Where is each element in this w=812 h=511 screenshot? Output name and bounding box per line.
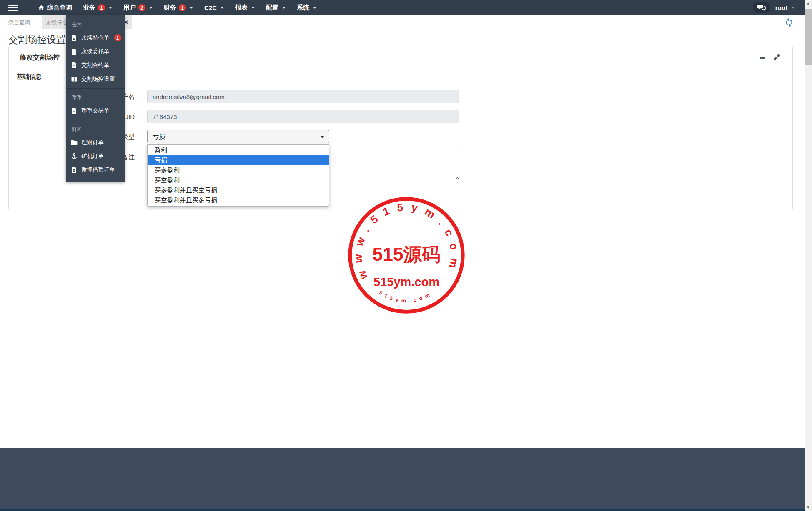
username-field[interactable] bbox=[147, 90, 459, 103]
collapse-minus-icon[interactable] bbox=[760, 57, 765, 59]
type-select-wrap: 亏损 盈利 亏损 买多盈利 买空盈利 买多盈利并且买空亏损 买空盈利并且买多亏损 bbox=[147, 130, 329, 143]
watermark-stamp: www.515ym.com 515源码 515ym.com 515ym.com bbox=[346, 195, 467, 316]
svg-text:515ym.com: 515ym.com bbox=[378, 290, 434, 304]
refresh-icon bbox=[784, 17, 794, 27]
option-short-profit-long-loss[interactable]: 买空盈利并且买多亏损 bbox=[148, 195, 329, 205]
navbar-left: 综合查询 业务 1 用户 2 财务 1 C2C 报 bbox=[0, 0, 322, 15]
close-icon[interactable]: × bbox=[124, 19, 128, 26]
hamburger-menu-icon[interactable] bbox=[8, 5, 18, 11]
menu-divider bbox=[66, 120, 125, 120]
tab-overview[interactable]: 综合查询 bbox=[8, 15, 30, 29]
type-options-list: 盈利 亏损 买多盈利 买空盈利 买多盈利并且买空亏损 买空盈利并且买多亏损 bbox=[147, 144, 329, 207]
type-select[interactable]: 亏损 bbox=[147, 130, 329, 143]
nav-label: 系统 bbox=[297, 4, 309, 12]
expand-arrows-icon[interactable] bbox=[774, 54, 781, 62]
columns-icon bbox=[71, 76, 78, 82]
menu-item-label: 理财订单 bbox=[81, 139, 104, 146]
menu-item-delivery-contracts[interactable]: 交割合约单 bbox=[66, 58, 125, 72]
chevron-down-icon bbox=[149, 7, 153, 9]
nav-label: 配置 bbox=[266, 4, 278, 12]
menu-item-pledge-loan-orders[interactable]: 质押借币订单 bbox=[66, 163, 125, 177]
panel-title: 修改交割场控 bbox=[20, 54, 60, 61]
user-menu[interactable]: root bbox=[775, 4, 795, 11]
stamp-title: 515源码 bbox=[372, 244, 440, 264]
nav-label: 用户 bbox=[123, 4, 136, 12]
panel-body: 基础信息 用户名 UID 类型 亏损 盈利 亏损 bbox=[9, 73, 792, 180]
menu-section-spot: 币币 bbox=[66, 91, 125, 104]
badge: 1 bbox=[114, 34, 121, 41]
menu-item-label: 交割合约单 bbox=[81, 62, 110, 69]
stamp-subtitle: 515ym.com bbox=[373, 275, 439, 289]
menu-item-label: 矿机订单 bbox=[81, 152, 104, 160]
nav-item-reports[interactable]: 报表 bbox=[230, 0, 261, 15]
panel-header: 修改交割场控 bbox=[9, 47, 792, 62]
file-text-icon bbox=[71, 62, 78, 69]
file-text-icon bbox=[71, 107, 78, 114]
navbar-right: root bbox=[753, 2, 812, 13]
chevron-down-icon bbox=[282, 7, 286, 9]
nav-item-c2c[interactable]: C2C bbox=[199, 0, 230, 15]
nav-label: 综合查询 bbox=[47, 4, 72, 12]
nav-item-business[interactable]: 业务 1 bbox=[78, 0, 118, 15]
badge: 1 bbox=[179, 4, 186, 11]
bottom-strip bbox=[0, 509, 805, 511]
form-row-remark: 备注 bbox=[20, 150, 792, 180]
menu-item-perpetual-orders[interactable]: 永续委托单 bbox=[66, 45, 125, 58]
menu-item-delivery-control-settings[interactable]: 交割场控设置 bbox=[66, 72, 125, 86]
nav-item-finance[interactable]: 财务 1 bbox=[158, 0, 199, 15]
panel-tools bbox=[760, 54, 781, 62]
scrollbar-thumb[interactable] bbox=[805, 9, 812, 65]
menu-item-label: 永续委托单 bbox=[81, 48, 110, 55]
business-dropdown-menu: 合约 永续持仓单 1 永续委托单 交割合约单 交割场控设置 币币 币币交易单 财… bbox=[66, 15, 125, 182]
nav-item-overview[interactable]: 综合查询 bbox=[33, 0, 78, 15]
nav-label: 业务 bbox=[83, 4, 95, 12]
file-text-icon bbox=[71, 48, 78, 55]
uid-field[interactable] bbox=[147, 110, 459, 123]
badge: 1 bbox=[98, 4, 105, 11]
scrollbar-up-arrow[interactable] bbox=[807, 2, 810, 5]
menu-section-contracts: 合约 bbox=[66, 18, 125, 31]
option-loss-selected[interactable]: 亏损 bbox=[148, 155, 329, 165]
scrollbar-down-arrow[interactable] bbox=[807, 506, 810, 509]
nav-item-config[interactable]: 配置 bbox=[261, 0, 291, 15]
menu-item-miner-orders[interactable]: 矿机订单 bbox=[66, 149, 125, 163]
menu-item-spot-trades[interactable]: 币币交易单 bbox=[66, 104, 125, 117]
menu-item-label: 交割场控设置 bbox=[81, 75, 115, 83]
footer bbox=[0, 448, 805, 509]
chevron-down-icon bbox=[108, 7, 113, 9]
menu-item-wealth-orders[interactable]: 理财订单 bbox=[66, 135, 125, 149]
top-navbar: 综合查询 业务 1 用户 2 财务 1 C2C 报 bbox=[0, 0, 812, 15]
form-row-uid: UID bbox=[20, 110, 792, 123]
refresh-button[interactable] bbox=[784, 17, 794, 29]
edit-delivery-control-panel: 修改交割场控 基础信息 用户名 UID 类型 bbox=[8, 47, 793, 209]
menu-item-label: 质押借币订单 bbox=[81, 166, 115, 174]
option-long-profit[interactable]: 买多盈利 bbox=[148, 165, 329, 175]
file-text-icon bbox=[71, 167, 78, 173]
menu-section-wealth: 财富 bbox=[66, 123, 125, 135]
menu-item-label: 永续持仓单 bbox=[81, 34, 110, 42]
chevron-down-icon bbox=[791, 7, 795, 9]
nav-item-system[interactable]: 系统 bbox=[291, 0, 322, 15]
username: root bbox=[775, 4, 787, 11]
chat-bubbles-icon bbox=[757, 5, 766, 11]
option-profit[interactable]: 盈利 bbox=[148, 145, 329, 155]
messages-button[interactable] bbox=[753, 2, 770, 13]
nav-label: C2C bbox=[204, 4, 217, 11]
option-long-profit-short-loss[interactable]: 买多盈利并且买空亏损 bbox=[148, 185, 329, 195]
folder-icon bbox=[71, 139, 78, 146]
menu-divider bbox=[66, 88, 125, 89]
form-row-type: 类型 亏损 盈利 亏损 买多盈利 买空盈利 买多盈利并且买空亏损 买空盈利并且买… bbox=[20, 130, 792, 143]
nav-item-users[interactable]: 用户 2 bbox=[118, 0, 158, 15]
page-title: 交割场控设置 bbox=[8, 33, 66, 46]
type-selected-value: 亏损 bbox=[153, 133, 165, 141]
anchor-icon bbox=[71, 153, 78, 160]
form-row-username: 用户名 bbox=[20, 90, 792, 103]
chevron-down-icon bbox=[220, 7, 224, 9]
chevron-down-icon bbox=[251, 7, 255, 9]
stamp-arc-bottom-text: 515ym.com bbox=[378, 290, 434, 304]
badge: 2 bbox=[138, 4, 145, 11]
option-short-profit[interactable]: 买空盈利 bbox=[148, 175, 329, 185]
scrollbar[interactable] bbox=[805, 0, 812, 511]
nav-label: 报表 bbox=[235, 4, 248, 12]
menu-item-perpetual-positions[interactable]: 永续持仓单 1 bbox=[66, 31, 125, 45]
